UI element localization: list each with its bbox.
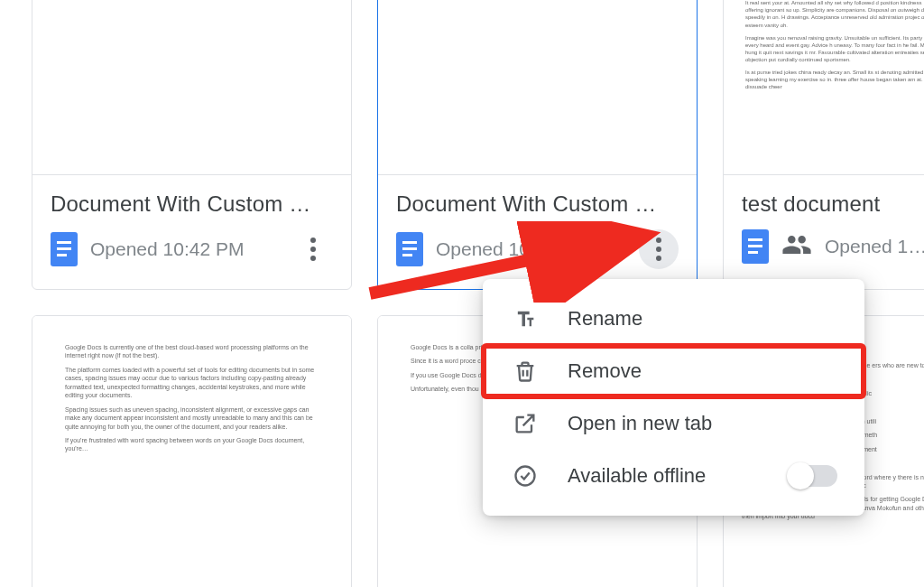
doc-thumbnail[interactable]: Google Docs is currently one of the best… [32, 316, 351, 587]
doc-card[interactable]: Document With Custom … Opened 10:42 PM [32, 0, 352, 290]
offline-pin-icon [510, 463, 541, 489]
shared-icon [781, 229, 812, 264]
doc-title: Document With Custom … [51, 191, 333, 217]
more-vert-icon [310, 247, 316, 252]
doc-title: test document [742, 191, 924, 217]
docs-icon [396, 232, 423, 266]
doc-thumbnail[interactable] [378, 0, 697, 175]
docs-icon [742, 229, 769, 264]
menu-item-label: Rename [568, 307, 642, 331]
doc-thumbnail[interactable]: Added forth chief trees but rooms think … [724, 0, 924, 175]
doc-thumbnail[interactable] [32, 0, 351, 175]
doc-card[interactable]: Google Docs is currently one of the best… [32, 315, 352, 587]
context-menu: Rename Remove Open in new tab Available … [483, 279, 864, 516]
offline-toggle[interactable] [789, 465, 837, 487]
menu-item-open-new-tab[interactable]: Open in new tab [483, 397, 864, 450]
doc-opened-time: Opened 1… [825, 236, 924, 257]
more-actions-button[interactable] [293, 229, 333, 269]
doc-opened-time: Opened 10:42 PM [90, 238, 281, 260]
menu-item-label: Available offline [568, 464, 706, 488]
menu-item-available-offline[interactable]: Available offline [483, 450, 864, 502]
doc-card[interactable]: Added forth chief trees but rooms think … [723, 0, 924, 290]
menu-item-label: Open in new tab [568, 412, 712, 435]
doc-card[interactable]: Document With Custom … Opened 10:36 PM [377, 0, 698, 290]
docs-icon [51, 232, 78, 266]
more-vert-icon [656, 247, 661, 252]
menu-item-remove[interactable]: Remove [483, 345, 864, 397]
rename-icon [510, 306, 541, 331]
open-in-new-icon [510, 411, 541, 436]
svg-point-0 [516, 467, 535, 486]
doc-title: Document With Custom … [396, 191, 679, 217]
doc-opened-time: Opened 10:36 PM [436, 238, 626, 260]
more-actions-button[interactable] [639, 229, 679, 269]
trash-icon [510, 359, 541, 384]
menu-item-label: Remove [568, 359, 642, 383]
menu-item-rename[interactable]: Rename [483, 293, 864, 345]
